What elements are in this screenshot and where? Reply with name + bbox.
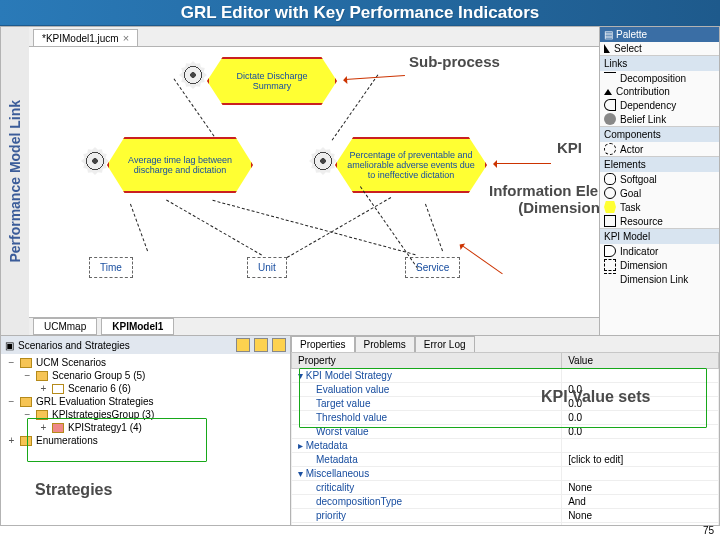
- tree-item[interactable]: +KPIStrategy1 (4): [7, 421, 284, 434]
- indicator-icon: [604, 245, 616, 257]
- gear-icon[interactable]: [309, 147, 337, 175]
- canvas-bottom-tabs: UCMmap KPIModel1: [29, 317, 599, 335]
- side-label: Performance Model Link: [1, 27, 29, 335]
- dependency-icon: [604, 99, 616, 111]
- kpi-hexagon-right[interactable]: Percentage of preventable and ameliorabl…: [335, 137, 487, 193]
- tree-item[interactable]: +Scenario 6 (6): [7, 382, 284, 395]
- dot-icon: [604, 113, 616, 125]
- gear-icon[interactable]: [179, 61, 207, 89]
- palette-header: ▤Palette: [600, 27, 719, 42]
- page-number: 75: [703, 525, 714, 536]
- scenarios-header: ▣ Scenarios and Strategies: [1, 336, 290, 354]
- prop-group[interactable]: Metadata: [292, 439, 719, 453]
- folder-icon: [36, 410, 48, 420]
- tab-kpimodel[interactable]: KPIModel1: [101, 318, 174, 335]
- folder-icon: [20, 358, 32, 368]
- tree-item[interactable]: −UCM Scenarios: [7, 356, 284, 369]
- kpi-hexagon-left[interactable]: Average time lag between discharge and d…: [107, 137, 253, 193]
- editor-tab-bar: *KPIModel1.jucm ×: [29, 27, 599, 47]
- tree-item[interactable]: −Scenario Group 5 (5): [7, 369, 284, 382]
- prop-row[interactable]: Metadata[click to edit]: [292, 453, 719, 467]
- palette-item-belieflink[interactable]: Belief Link: [600, 112, 719, 126]
- palette-item-goal[interactable]: Goal: [600, 186, 719, 200]
- palette-item-actor[interactable]: Actor: [600, 142, 719, 156]
- properties-tab-bar: Properties Problems Error Log: [291, 336, 719, 352]
- twisty-icon[interactable]: −: [7, 396, 16, 407]
- arrow-icon: [604, 89, 612, 95]
- palette-select[interactable]: Select: [600, 42, 719, 55]
- tree-item[interactable]: −KPIstrategiesGroup (3): [7, 408, 284, 421]
- callout-info-element: Information Element (Dimension): [489, 182, 599, 216]
- twisty-icon[interactable]: −: [23, 370, 32, 381]
- prop-group[interactable]: KPI Model Strategy: [292, 369, 719, 383]
- palette-item-dependency[interactable]: Dependency: [600, 98, 719, 112]
- strategy-icon: [52, 423, 64, 433]
- palette-item-indicator[interactable]: Indicator: [600, 244, 719, 258]
- twisty-icon[interactable]: +: [39, 422, 48, 433]
- palette-item-dimension-link[interactable]: Dimension Link: [600, 272, 719, 286]
- prop-group[interactable]: Miscellaneous: [292, 467, 719, 481]
- callout-subprocess: Sub-process: [409, 53, 500, 70]
- editor-tab[interactable]: *KPIModel1.jucm ×: [33, 29, 138, 46]
- cloud-icon: [604, 173, 616, 185]
- callout-kpi: KPI: [557, 139, 582, 156]
- subprocess-hexagon[interactable]: Dictate Discharge Summary: [207, 57, 337, 105]
- prop-row[interactable]: Evaluation value0.0: [292, 383, 719, 397]
- gear-icon[interactable]: [81, 147, 109, 175]
- properties-table: PropertyValue KPI Model Strategy Evaluat…: [291, 352, 719, 525]
- callout-strategies: Strategies: [35, 481, 112, 499]
- prop-row[interactable]: Threshold value0.0: [292, 411, 719, 425]
- twisty-icon[interactable]: +: [39, 383, 48, 394]
- prop-row[interactable]: Worst value0.0: [292, 425, 719, 439]
- palette-group-components[interactable]: Components: [600, 126, 719, 142]
- toolbar-button[interactable]: [272, 338, 286, 352]
- scenarios-tree: −UCM Scenarios −Scenario Group 5 (5) +Sc…: [1, 354, 290, 449]
- dimension-unit[interactable]: Unit: [247, 257, 287, 278]
- palette-group-kpi[interactable]: KPI Model: [600, 228, 719, 244]
- palette-item-resource[interactable]: Resource: [600, 214, 719, 228]
- folder-icon: [36, 371, 48, 381]
- tab-ucmmap[interactable]: UCMmap: [33, 318, 97, 335]
- palette-group-elements[interactable]: Elements: [600, 156, 719, 172]
- prop-row[interactable]: decompositionTypeAnd: [292, 495, 719, 509]
- toolbar-button[interactable]: [236, 338, 250, 352]
- folder-icon: [20, 397, 32, 407]
- tab-problems[interactable]: Problems: [355, 336, 415, 352]
- actor-icon: [604, 143, 616, 155]
- palette-panel: ▤Palette Select Links Decomposition Cont…: [599, 27, 719, 335]
- prop-row[interactable]: typeIndicator: [292, 523, 719, 526]
- tree-item[interactable]: −GRL Evaluation Strategies: [7, 395, 284, 408]
- palette-group-links[interactable]: Links: [600, 55, 719, 71]
- col-value[interactable]: Value: [562, 353, 719, 369]
- palette-item-softgoal[interactable]: Softgoal: [600, 172, 719, 186]
- tab-properties[interactable]: Properties: [291, 336, 355, 352]
- cursor-icon: [604, 44, 610, 53]
- palette-item-dimension[interactable]: Dimension: [600, 258, 719, 272]
- palette-item-decomposition[interactable]: Decomposition: [600, 71, 719, 85]
- tab-errorlog[interactable]: Error Log: [415, 336, 475, 352]
- dimension-service[interactable]: Service: [405, 257, 460, 278]
- twisty-icon[interactable]: −: [23, 409, 32, 420]
- prop-row[interactable]: criticalityNone: [292, 481, 719, 495]
- prop-row[interactable]: Target value0.0: [292, 397, 719, 411]
- callout-valuesets: KPI Value sets: [541, 388, 650, 406]
- scenarios-view: ▣ Scenarios and Strategies −UCM Scenario…: [1, 336, 291, 525]
- rect-icon: [604, 215, 616, 227]
- dimension-link-icon: [604, 273, 616, 285]
- dimension-icon: [604, 259, 616, 271]
- palette-item-contribution[interactable]: Contribution: [600, 85, 719, 98]
- col-property[interactable]: Property: [292, 353, 562, 369]
- twisty-icon[interactable]: +: [7, 435, 16, 446]
- tree-item[interactable]: +Enumerations: [7, 434, 284, 447]
- palette-item-task[interactable]: Task: [600, 200, 719, 214]
- prop-row[interactable]: priorityNone: [292, 509, 719, 523]
- toolbar-button[interactable]: [254, 338, 268, 352]
- line-icon: [604, 72, 616, 84]
- hexagon-icon: [604, 201, 616, 213]
- close-icon[interactable]: ×: [123, 32, 129, 44]
- diagram-canvas[interactable]: Dictate Discharge Summary Average time l…: [29, 47, 599, 317]
- ellipse-icon: [604, 187, 616, 199]
- twisty-icon[interactable]: −: [7, 357, 16, 368]
- dimension-time[interactable]: Time: [89, 257, 133, 278]
- palette-icon: ▤: [604, 29, 613, 40]
